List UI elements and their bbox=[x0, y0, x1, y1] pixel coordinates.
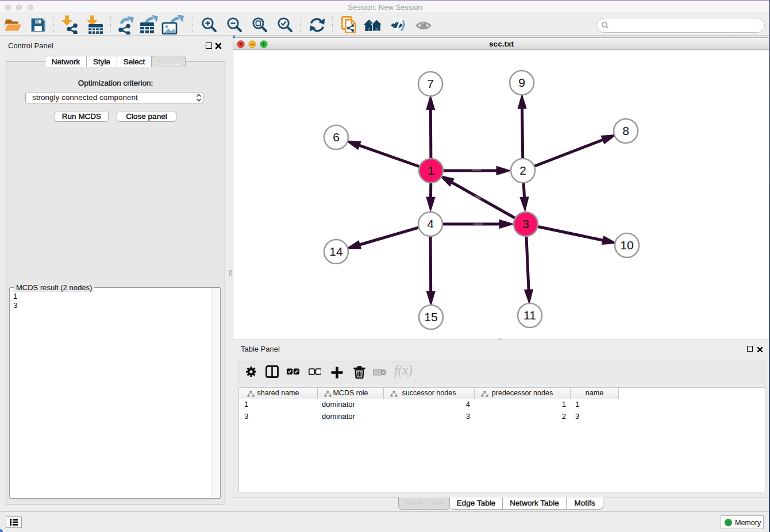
svg-text:4: 4 bbox=[427, 217, 434, 230]
svg-text:7: 7 bbox=[427, 77, 434, 90]
svg-text:3: 3 bbox=[522, 217, 529, 230]
svg-text:1: 1 bbox=[428, 164, 434, 177]
svg-text:9: 9 bbox=[518, 76, 525, 89]
svg-text:11: 11 bbox=[523, 309, 536, 322]
svg-text:2: 2 bbox=[519, 164, 526, 177]
svg-text:6: 6 bbox=[333, 130, 340, 144]
svg-text:15: 15 bbox=[424, 310, 437, 323]
svg-text:10: 10 bbox=[620, 238, 633, 252]
svg-text:14: 14 bbox=[329, 245, 343, 258]
svg-text:8: 8 bbox=[622, 124, 629, 137]
